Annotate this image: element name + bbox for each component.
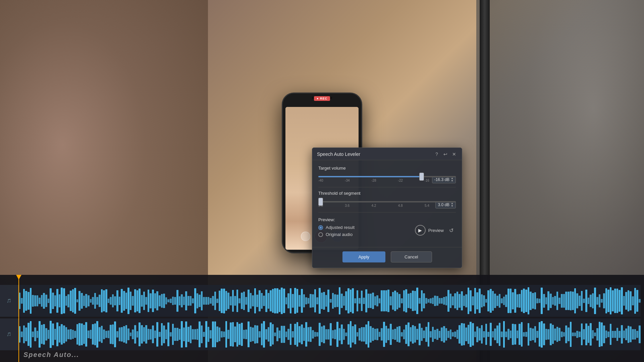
track-1-icon-symbol: 🎵 bbox=[7, 299, 11, 303]
dialog-title: Speech Auto Leveler bbox=[317, 152, 360, 157]
timeline-text-overlay: Speech Auto... bbox=[23, 351, 79, 359]
playhead-triangle bbox=[16, 275, 21, 280]
threshold-slider-container: 3.0 dB ▲▼ 3.0 3.6 4.2 4.8 5.4 6.0 bbox=[318, 201, 456, 207]
refresh-icon: ↺ bbox=[449, 227, 453, 234]
track-2-icon: 🎵 bbox=[0, 318, 18, 350]
play-icon: ▶ bbox=[418, 228, 422, 233]
threshold-value-text: 3.0 dB bbox=[438, 202, 449, 207]
threshold-thumb[interactable] bbox=[318, 198, 323, 206]
apply-button[interactable]: Apply bbox=[342, 251, 386, 262]
speech-auto-leveler-dialog: Speech Auto Leveler ? ↩ ✕ Target volume … bbox=[312, 147, 462, 268]
value-stepper-arrows[interactable]: ▲▼ bbox=[451, 177, 453, 182]
radio-group: Adjusted result Original audio bbox=[318, 225, 355, 237]
separator-1 bbox=[318, 187, 456, 187]
dialog-titlebar: Speech Auto Leveler ? ↩ ✕ bbox=[312, 148, 462, 160]
track-2[interactable] bbox=[18, 318, 641, 350]
separator-2 bbox=[318, 212, 456, 213]
preview-section: Preview: Adjusted result Original audio … bbox=[318, 217, 456, 242]
playhead bbox=[18, 275, 19, 362]
track-1[interactable] bbox=[18, 285, 641, 317]
radio-original-label: Original audio bbox=[326, 232, 353, 237]
cancel-button[interactable]: Cancel bbox=[391, 251, 432, 262]
dialog-footer: Apply Cancel bbox=[312, 247, 462, 268]
target-volume-thumb[interactable] bbox=[419, 173, 424, 181]
recording-badge: ● REC bbox=[314, 96, 330, 101]
dialog-titlebar-controls: ? ↩ ✕ bbox=[434, 151, 457, 157]
target-volume-slider-container: -16.3 dB ▲▼ -40 -34 -28 -22 -16 -10 bbox=[318, 176, 456, 182]
dialog-body: Target volume -16.3 dB ▲▼ -40 -34 -28 -2… bbox=[312, 160, 462, 247]
threshold-track[interactable] bbox=[318, 201, 456, 202]
undo-icon[interactable]: ↩ bbox=[442, 151, 448, 157]
track-2-icon-symbol: 🎵 bbox=[7, 332, 11, 337]
preview-label: Preview: bbox=[318, 217, 456, 222]
threshold-stepper-arrows[interactable]: ▲▼ bbox=[451, 202, 453, 207]
phone-btn-left[interactable] bbox=[301, 232, 310, 241]
target-volume-fill bbox=[318, 176, 422, 177]
radio-adjusted-circle[interactable] bbox=[318, 225, 323, 230]
waveform-1 bbox=[18, 285, 641, 317]
waveform-2 bbox=[18, 318, 641, 350]
target-volume-track[interactable] bbox=[318, 176, 456, 177]
preview-text-button[interactable]: Preview bbox=[428, 228, 444, 233]
track-1-icon: 🎵 bbox=[0, 285, 18, 317]
preview-controls: ▶ Preview ↺ bbox=[415, 225, 456, 236]
radio-original-circle[interactable] bbox=[318, 232, 323, 237]
target-volume-value-text: -16.3 dB bbox=[434, 177, 449, 182]
radio-adjusted-label: Adjusted result bbox=[326, 225, 355, 230]
play-button[interactable]: ▶ bbox=[415, 225, 426, 236]
refresh-button[interactable]: ↺ bbox=[446, 226, 456, 235]
close-icon[interactable]: ✕ bbox=[451, 151, 457, 157]
target-volume-label: Target volume bbox=[318, 166, 456, 171]
radio-adjusted[interactable]: Adjusted result bbox=[318, 225, 355, 230]
timeline: 🎵 🎵 Speech Auto... bbox=[0, 275, 644, 362]
radio-original[interactable]: Original audio bbox=[318, 232, 355, 237]
help-icon[interactable]: ? bbox=[434, 151, 440, 157]
threshold-label: Threshold of segment bbox=[318, 191, 456, 196]
